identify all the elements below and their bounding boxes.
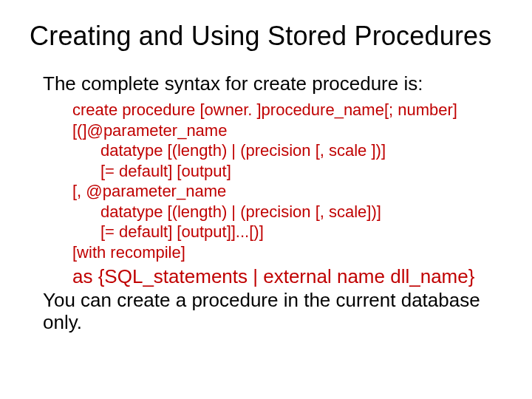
syntax-line: [= default] [output] (72, 161, 502, 182)
syntax-line: [(]@parameter_name (72, 120, 502, 141)
syntax-line: datatype [(length) | (precision [, scale… (72, 140, 502, 161)
syntax-line: datatype [(length) | (precision [, scale… (72, 202, 502, 222)
slide-title: Creating and Using Stored Procedures (30, 21, 502, 52)
as-clause: as {SQL_statements | external name dll_n… (72, 265, 502, 288)
syntax-line: [= default] [output]]...[)] (72, 222, 502, 242)
syntax-line: [with recompile] (72, 242, 502, 263)
slide: Creating and Using Stored Procedures The… (0, 0, 532, 399)
syntax-line: [, @parameter_name (72, 181, 502, 202)
syntax-block: create procedure [owner. ]procedure_name… (72, 100, 502, 262)
tail-text: You can create a procedure in the curren… (43, 290, 502, 334)
syntax-line: create procedure [owner. ]procedure_name… (72, 100, 502, 120)
intro-text: The complete syntax for create procedure… (43, 72, 502, 95)
